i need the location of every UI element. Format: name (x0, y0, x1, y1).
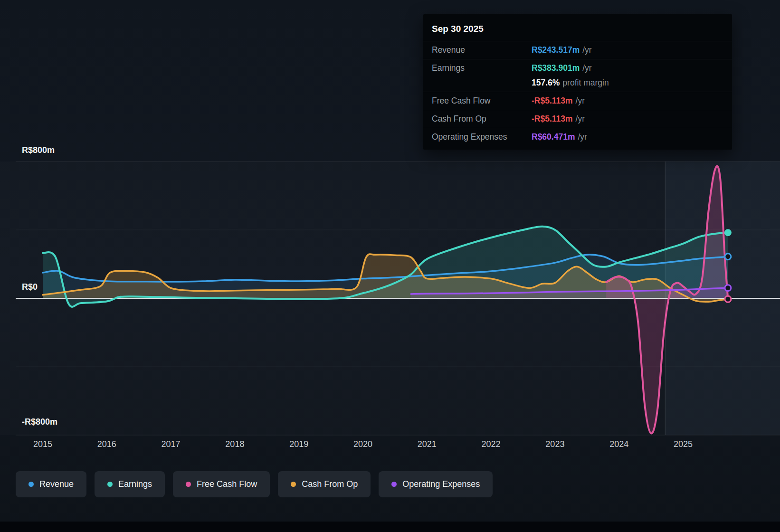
operating-expenses-dot-icon (391, 482, 397, 487)
legend-label: Cash From Op (302, 479, 358, 489)
data-tooltip: Sep 30 2025 Revenue R$243.517m/yr Earnin… (423, 14, 732, 150)
row-label: Cash From Op (432, 114, 532, 124)
tooltip-row-revenue: Revenue R$243.517m/yr (423, 41, 732, 59)
row-label: Free Cash Flow (432, 96, 532, 106)
legend-label: Operating Expenses (402, 479, 480, 489)
legend-item-cash-from-op[interactable]: Cash From Op (278, 471, 371, 497)
row-value: -R$5.113m/yr (532, 96, 585, 106)
chart-area (0, 142, 780, 437)
x-axis-label: 2023 (540, 439, 570, 449)
y-axis-label-top: R$800m (22, 145, 55, 155)
revenue-dot-icon (29, 482, 34, 487)
row-label: Revenue (432, 45, 532, 55)
x-axis-label: 2015 (28, 439, 58, 449)
y-axis-label-bottom: -R$800m (22, 417, 57, 427)
free-cash-flow-dot-icon (186, 482, 191, 487)
tooltip-row-earnings: Earnings R$383.901m/yr (423, 59, 732, 77)
legend-label: Earnings (118, 479, 152, 489)
legend: Revenue Earnings Free Cash Flow Cash Fro… (16, 471, 493, 497)
x-axis-label: 2018 (219, 439, 250, 449)
legend-item-free-cash-flow[interactable]: Free Cash Flow (173, 471, 270, 497)
y-axis-label-zero: R$0 (22, 282, 38, 292)
x-axis-label: 2022 (476, 439, 506, 449)
x-axis-label: 2017 (156, 439, 186, 449)
chart-canvas[interactable] (0, 142, 780, 437)
tooltip-row-cash-from-op: Cash From Op -R$5.113m/yr (423, 110, 732, 128)
legend-item-revenue[interactable]: Revenue (16, 471, 86, 497)
tooltip-row-profit-margin: 157.6%profit margin (423, 77, 732, 92)
x-axis-label: 2016 (92, 439, 122, 449)
legend-label: Revenue (39, 479, 74, 489)
row-label: Operating Expenses (432, 132, 532, 142)
legend-item-operating-expenses[interactable]: Operating Expenses (379, 471, 493, 497)
earnings-dot-icon (107, 482, 113, 487)
x-axis: 2015201620172018201920202021202220232024… (0, 439, 780, 454)
x-axis-label: 2024 (604, 439, 634, 449)
chart-page: { "tooltip": { "date": "Sep 30 2025", "r… (0, 0, 780, 532)
x-axis-label: 2025 (668, 439, 698, 449)
legend-item-earnings[interactable]: Earnings (95, 471, 165, 497)
tooltip-row-free-cash-flow: Free Cash Flow -R$5.113m/yr (423, 92, 732, 110)
tooltip-row-operating-expenses: Operating Expenses R$60.471m/yr (423, 128, 732, 146)
cash-from-op-dot-icon (291, 482, 296, 487)
row-value: -R$5.113m/yr (532, 114, 585, 124)
row-value: 157.6%profit margin (532, 78, 609, 88)
legend-label: Free Cash Flow (197, 479, 257, 489)
x-axis-label: 2021 (412, 439, 442, 449)
x-axis-label: 2020 (348, 439, 378, 449)
row-value: R$243.517m/yr (532, 45, 592, 55)
x-axis-label: 2019 (284, 439, 314, 449)
row-value: R$60.471m/yr (532, 132, 587, 142)
row-value: R$383.901m/yr (532, 63, 592, 73)
window-bottom-bar (0, 522, 780, 532)
tooltip-date: Sep 30 2025 (423, 19, 732, 41)
row-label: Earnings (432, 63, 532, 73)
